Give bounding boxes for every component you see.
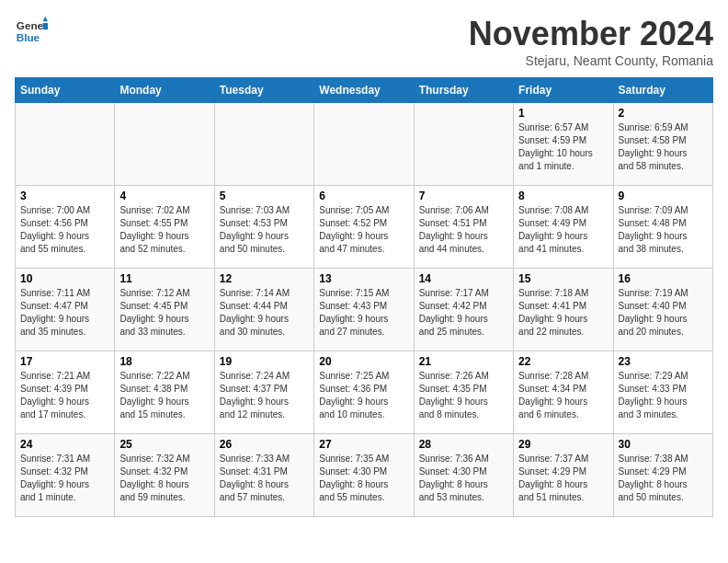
weekday-header-tuesday: Tuesday <box>214 78 313 103</box>
calendar-cell: 25Sunrise: 7:32 AM Sunset: 4:32 PM Dayli… <box>115 434 214 517</box>
day-number: 29 <box>518 438 608 451</box>
calendar-cell: 3Sunrise: 7:00 AM Sunset: 4:56 PM Daylig… <box>16 186 115 269</box>
calendar-cell: 7Sunrise: 7:06 AM Sunset: 4:51 PM Daylig… <box>414 186 513 269</box>
logo-icon: General Blue <box>15 15 48 48</box>
day-info: Sunrise: 7:37 AM Sunset: 4:29 PM Dayligh… <box>518 453 608 504</box>
day-number: 15 <box>518 272 608 285</box>
calendar-cell <box>314 103 414 186</box>
day-info: Sunrise: 7:08 AM Sunset: 4:49 PM Dayligh… <box>518 204 608 256</box>
day-number: 18 <box>119 355 209 368</box>
day-info: Sunrise: 7:31 AM Sunset: 4:32 PM Dayligh… <box>20 453 109 504</box>
calendar-cell: 1Sunrise: 6:57 AM Sunset: 4:59 PM Daylig… <box>514 103 613 186</box>
day-number: 8 <box>518 190 608 202</box>
svg-text:Blue: Blue <box>17 31 40 43</box>
day-info: Sunrise: 7:15 AM Sunset: 4:43 PM Dayligh… <box>319 287 408 339</box>
day-info: Sunrise: 7:21 AM Sunset: 4:39 PM Dayligh… <box>20 370 109 421</box>
calendar-cell: 27Sunrise: 7:35 AM Sunset: 4:30 PM Dayli… <box>314 434 414 517</box>
calendar-cell: 17Sunrise: 7:21 AM Sunset: 4:39 PM Dayli… <box>16 351 115 434</box>
calendar-cell: 6Sunrise: 7:05 AM Sunset: 4:52 PM Daylig… <box>314 186 414 269</box>
calendar-cell <box>16 103 115 186</box>
day-info: Sunrise: 7:09 AM Sunset: 4:48 PM Dayligh… <box>619 204 708 256</box>
calendar-week-1: 1Sunrise: 6:57 AM Sunset: 4:59 PM Daylig… <box>16 103 713 186</box>
calendar-cell: 5Sunrise: 7:03 AM Sunset: 4:53 PM Daylig… <box>214 186 313 269</box>
day-number: 11 <box>119 272 209 285</box>
day-info: Sunrise: 7:35 AM Sunset: 4:30 PM Dayligh… <box>319 453 408 504</box>
calendar-cell <box>214 103 313 186</box>
day-number: 30 <box>619 438 708 451</box>
day-number: 3 <box>20 190 109 202</box>
day-number: 21 <box>419 355 508 368</box>
day-info: Sunrise: 7:19 AM Sunset: 4:40 PM Dayligh… <box>619 287 708 339</box>
day-number: 19 <box>220 355 309 368</box>
calendar-cell: 11Sunrise: 7:12 AM Sunset: 4:45 PM Dayli… <box>115 269 214 351</box>
calendar-cell: 4Sunrise: 7:02 AM Sunset: 4:55 PM Daylig… <box>115 186 214 269</box>
logo: General Blue <box>15 15 48 48</box>
day-info: Sunrise: 7:26 AM Sunset: 4:35 PM Dayligh… <box>419 370 508 421</box>
calendar-cell: 28Sunrise: 7:36 AM Sunset: 4:30 PM Dayli… <box>414 434 513 517</box>
day-info: Sunrise: 7:14 AM Sunset: 4:44 PM Dayligh… <box>220 287 309 339</box>
weekday-header-monday: Monday <box>115 78 214 103</box>
day-number: 28 <box>419 438 508 451</box>
day-info: Sunrise: 7:02 AM Sunset: 4:55 PM Dayligh… <box>119 204 209 256</box>
calendar-cell: 20Sunrise: 7:25 AM Sunset: 4:36 PM Dayli… <box>314 351 414 434</box>
calendar-table: SundayMondayTuesdayWednesdayThursdayFrid… <box>15 77 713 517</box>
weekday-header-friday: Friday <box>514 78 613 103</box>
day-number: 4 <box>119 190 209 202</box>
day-info: Sunrise: 7:22 AM Sunset: 4:38 PM Dayligh… <box>119 370 209 421</box>
day-info: Sunrise: 7:25 AM Sunset: 4:36 PM Dayligh… <box>319 370 408 421</box>
day-info: Sunrise: 7:36 AM Sunset: 4:30 PM Dayligh… <box>419 453 508 504</box>
day-info: Sunrise: 7:17 AM Sunset: 4:42 PM Dayligh… <box>419 287 508 339</box>
weekday-header-thursday: Thursday <box>414 78 513 103</box>
day-info: Sunrise: 7:24 AM Sunset: 4:37 PM Dayligh… <box>220 370 309 421</box>
day-number: 9 <box>619 190 708 202</box>
day-info: Sunrise: 6:57 AM Sunset: 4:59 PM Dayligh… <box>518 121 608 173</box>
day-info: Sunrise: 6:59 AM Sunset: 4:58 PM Dayligh… <box>619 121 708 173</box>
day-info: Sunrise: 7:12 AM Sunset: 4:45 PM Dayligh… <box>119 287 209 339</box>
day-number: 24 <box>20 438 109 451</box>
calendar-cell: 29Sunrise: 7:37 AM Sunset: 4:29 PM Dayli… <box>514 434 613 517</box>
day-number: 26 <box>220 438 309 451</box>
day-number: 14 <box>419 272 508 285</box>
weekday-header-sunday: Sunday <box>16 78 115 103</box>
calendar-cell: 23Sunrise: 7:29 AM Sunset: 4:33 PM Dayli… <box>613 351 712 434</box>
day-number: 16 <box>619 272 708 285</box>
day-number: 5 <box>220 190 309 202</box>
day-number: 27 <box>319 438 408 451</box>
calendar-cell: 10Sunrise: 7:11 AM Sunset: 4:47 PM Dayli… <box>16 269 115 351</box>
day-info: Sunrise: 7:05 AM Sunset: 4:52 PM Dayligh… <box>319 204 408 256</box>
day-info: Sunrise: 7:03 AM Sunset: 4:53 PM Dayligh… <box>220 204 309 256</box>
day-info: Sunrise: 7:28 AM Sunset: 4:34 PM Dayligh… <box>518 370 608 421</box>
calendar-cell: 16Sunrise: 7:19 AM Sunset: 4:40 PM Dayli… <box>613 269 712 351</box>
calendar-body: 1Sunrise: 6:57 AM Sunset: 4:59 PM Daylig… <box>16 103 713 517</box>
day-info: Sunrise: 7:06 AM Sunset: 4:51 PM Dayligh… <box>419 204 508 256</box>
calendar-cell: 21Sunrise: 7:26 AM Sunset: 4:35 PM Dayli… <box>414 351 513 434</box>
calendar-cell: 22Sunrise: 7:28 AM Sunset: 4:34 PM Dayli… <box>514 351 613 434</box>
day-number: 2 <box>619 107 708 120</box>
page-header: General Blue November 2024 Stejaru, Neam… <box>15 15 713 68</box>
calendar-cell: 2Sunrise: 6:59 AM Sunset: 4:58 PM Daylig… <box>613 103 712 186</box>
calendar-cell: 12Sunrise: 7:14 AM Sunset: 4:44 PM Dayli… <box>214 269 313 351</box>
calendar-cell: 9Sunrise: 7:09 AM Sunset: 4:48 PM Daylig… <box>613 186 712 269</box>
calendar-cell: 13Sunrise: 7:15 AM Sunset: 4:43 PM Dayli… <box>314 269 414 351</box>
calendar-cell: 14Sunrise: 7:17 AM Sunset: 4:42 PM Dayli… <box>414 269 513 351</box>
calendar-week-4: 17Sunrise: 7:21 AM Sunset: 4:39 PM Dayli… <box>16 351 713 434</box>
title-block: November 2024 Stejaru, Neamt County, Rom… <box>469 15 713 68</box>
day-number: 20 <box>319 355 408 368</box>
day-number: 25 <box>119 438 209 451</box>
calendar-cell <box>414 103 513 186</box>
calendar-cell: 24Sunrise: 7:31 AM Sunset: 4:32 PM Dayli… <box>16 434 115 517</box>
day-number: 17 <box>20 355 109 368</box>
calendar-cell: 26Sunrise: 7:33 AM Sunset: 4:31 PM Dayli… <box>214 434 313 517</box>
calendar-cell <box>115 103 214 186</box>
calendar-cell: 19Sunrise: 7:24 AM Sunset: 4:37 PM Dayli… <box>214 351 313 434</box>
calendar-week-5: 24Sunrise: 7:31 AM Sunset: 4:32 PM Dayli… <box>16 434 713 517</box>
day-number: 7 <box>419 190 508 202</box>
day-number: 1 <box>518 107 608 120</box>
location-subtitle: Stejaru, Neamt County, Romania <box>469 53 713 68</box>
day-info: Sunrise: 7:00 AM Sunset: 4:56 PM Dayligh… <box>20 204 109 256</box>
calendar-cell: 30Sunrise: 7:38 AM Sunset: 4:29 PM Dayli… <box>613 434 712 517</box>
day-number: 10 <box>20 272 109 285</box>
calendar-cell: 15Sunrise: 7:18 AM Sunset: 4:41 PM Dayli… <box>514 269 613 351</box>
day-info: Sunrise: 7:38 AM Sunset: 4:29 PM Dayligh… <box>619 453 708 504</box>
day-info: Sunrise: 7:32 AM Sunset: 4:32 PM Dayligh… <box>119 453 209 504</box>
